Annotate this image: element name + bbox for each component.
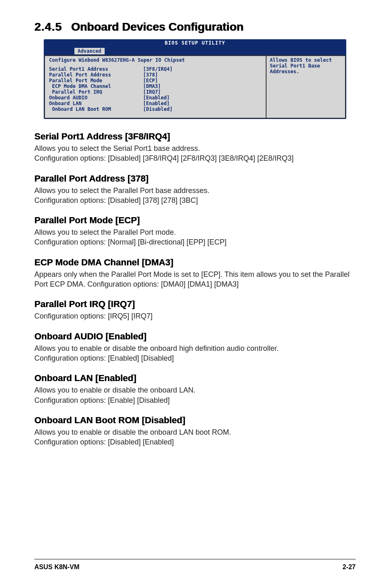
desc-serial: Allows you to select the Serial Port1 ba… <box>34 144 356 153</box>
bios-row: Parallel Port IRQ[IRQ7] <box>49 89 262 95</box>
bios-row-label: Onboard AUDIO <box>49 95 143 101</box>
heading-audio: Onboard AUDIO [Enabled] <box>34 331 356 342</box>
bios-row-value: [3F8/IRQ4] <box>143 66 262 72</box>
bios-main-panel: Configure Winbond W83627EHG-A Super IO C… <box>44 55 266 119</box>
bios-row: Onboard AUDIO[Enabled] <box>49 95 262 101</box>
bios-row-value: [Enabled] <box>143 101 262 106</box>
bios-help-panel: Allows BIOS to select Serial Port1 Base … <box>266 55 346 119</box>
heading-lanrom: Onboard LAN Boot ROM [Disabled] <box>34 415 356 426</box>
heading-paraddr: Parallel Port Address [378] <box>34 173 356 184</box>
desc-audio: Allows you to enable or disable the onbo… <box>34 343 356 353</box>
opts-paraddr: Configuration options: [Disabled] [378] … <box>34 195 356 205</box>
heading-serial: Serial Port1 Address [3F8/IRQ4] <box>34 131 356 142</box>
bios-row-label: Parallel Port IRQ <box>49 89 143 95</box>
bios-row: Serial Port1 Address[3F8/IRQ4] <box>49 66 262 72</box>
page-footer: ASUS K8N-VM 2-27 <box>34 559 356 571</box>
bios-row-value: [DMA3] <box>143 83 262 89</box>
desc-lanrom: Allows you to enable or disable the onbo… <box>34 427 356 437</box>
opts-audio: Configuration options: [Enabled] [Disabl… <box>34 353 356 363</box>
footer-right: 2-27 <box>343 563 356 571</box>
bios-tab-bar: Advanced <box>44 46 346 55</box>
bios-row-label: Parallel Port Address <box>49 72 143 78</box>
bios-row-label: Serial Port1 Address <box>49 66 143 72</box>
footer-left: ASUS K8N-VM <box>34 563 79 571</box>
bios-row-label: Onboard LAN <box>49 101 143 106</box>
section-title: Onboard Devices Configuration <box>71 20 244 34</box>
heading-ecp: ECP Mode DMA Channel [DMA3] <box>34 257 356 268</box>
bios-row: Parallel Port Address[378] <box>49 72 262 78</box>
heading-parmode: Parallel Port Mode [ECP] <box>34 215 356 226</box>
bios-row-value: [Enabled] <box>143 95 262 101</box>
section-heading: 2.4.5 Onboard Devices Configuration <box>34 20 356 34</box>
section-number: 2.4.5 <box>34 20 62 34</box>
bios-panel-title: Configure Winbond W83627EHG-A Super IO C… <box>49 57 262 63</box>
bios-row: Parallel Port Mode[ECP] <box>49 78 262 83</box>
opts-parirq: Configuration options: [IRQ5] [IRQ7] <box>34 311 356 321</box>
opts-lan: Configuration options: [Enable] [Disable… <box>34 395 356 405</box>
bios-header: BIOS SETUP UTILITY <box>44 40 346 46</box>
bios-row: ECP Mode DMA Channel[DMA3] <box>49 83 262 89</box>
desc-paraddr: Allows you to select the Parallel Port b… <box>34 186 356 195</box>
bios-row-label: ECP Mode DMA Channel <box>49 83 143 89</box>
heading-lan: Onboard LAN [Enabled] <box>34 373 356 384</box>
bios-row-value: [ECP] <box>143 78 262 83</box>
opts-parmode: Configuration options: [Normal] [Bi-dire… <box>34 237 356 247</box>
opts-lanrom: Configuration options: [Disabled] [Enabl… <box>34 437 356 447</box>
heading-parirq: Parallel Port IRQ [IRQ7] <box>34 299 356 310</box>
bios-help-text: Allows BIOS to select Serial Port1 Base … <box>270 57 342 74</box>
bios-row: Onboard LAN[Enabled] <box>49 101 262 106</box>
desc-lan: Allows you to enable or disable the onbo… <box>34 385 356 395</box>
bios-tab-advanced: Advanced <box>74 48 105 54</box>
desc-parmode: Allows you to select the Parallel Port m… <box>34 227 356 237</box>
bios-row-value: [Disabled] <box>143 106 262 112</box>
bios-row-label: Parallel Port Mode <box>49 78 143 83</box>
bios-screenshot: BIOS SETUP UTILITY Advanced Configure Wi… <box>44 39 346 119</box>
desc-ecp: Appears only when the Parallel Port Mode… <box>34 269 356 290</box>
bios-row-value: [IRQ7] <box>143 89 262 95</box>
opts-serial: Configuration options: [Disabled] [3F8/I… <box>34 153 356 163</box>
bios-row: Onboard LAN Boot ROM[Disabled] <box>49 106 262 112</box>
bios-row-label: Onboard LAN Boot ROM <box>49 106 143 112</box>
bios-row-value: [378] <box>143 72 262 78</box>
